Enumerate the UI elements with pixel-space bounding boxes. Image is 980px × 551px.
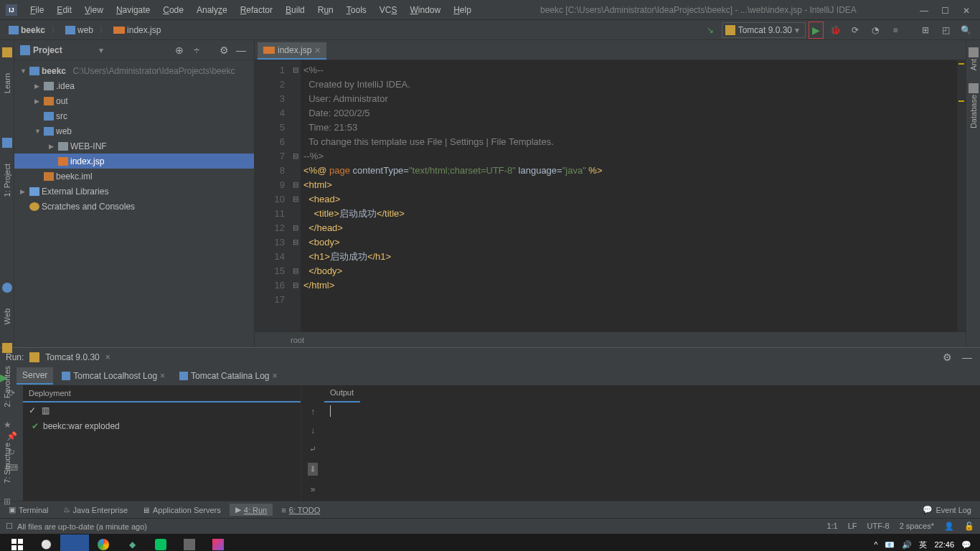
- clock-time[interactable]: 22:46: [934, 540, 954, 549]
- debug-button[interactable]: 🐞: [826, 22, 844, 39]
- scroll-up-icon[interactable]: ↑: [311, 407, 315, 417]
- breadcrumb-root[interactable]: beekc: [6, 24, 48, 37]
- tab-event-log[interactable]: 💬 Event Log: [917, 504, 977, 516]
- ime-indicator[interactable]: 英: [919, 540, 927, 550]
- minimize-icon[interactable]: —: [920, 6, 928, 14]
- structure-button[interactable]: ⊞: [917, 22, 934, 39]
- wechat-icon[interactable]: [146, 534, 175, 551]
- deployment-artifact[interactable]: ✔ beekc:war exploded: [23, 418, 301, 434]
- deploy-remove-icon[interactable]: ▥: [42, 405, 50, 415]
- menu-run[interactable]: Run: [312, 3, 339, 17]
- menu-tools[interactable]: Tools: [341, 3, 372, 17]
- indent[interactable]: 2 spaces*: [900, 522, 934, 531]
- maximize-icon[interactable]: ☐: [941, 6, 950, 14]
- run-button[interactable]: ▶: [812, 24, 820, 36]
- breadcrumb-web[interactable]: web: [62, 24, 96, 37]
- menu-file[interactable]: File: [24, 3, 50, 17]
- code-content[interactable]: <%-- Created by IntelliJ IDEA. User: Adm…: [301, 60, 966, 331]
- menu-refactor[interactable]: Refactor: [235, 3, 278, 17]
- chrome-icon[interactable]: [89, 534, 118, 551]
- close-icon[interactable]: ✕: [963, 6, 971, 14]
- database-icon[interactable]: [969, 83, 979, 93]
- project-tree[interactable]: ▼beekc C:\Users\Administrator\IdeaProjec…: [14, 60, 254, 347]
- fullscreen-button[interactable]: ◰: [937, 22, 954, 39]
- structure-breadcrumb[interactable]: root: [255, 331, 966, 347]
- star-icon[interactable]: ★: [4, 420, 11, 430]
- scroll-down-icon[interactable]: ↓: [311, 425, 315, 435]
- hide-icon[interactable]: —: [234, 43, 248, 57]
- tree-web[interactable]: ▼web: [14, 123, 254, 138]
- menu-view[interactable]: View: [79, 3, 109, 17]
- tree-idea[interactable]: ▶.idea: [14, 78, 254, 93]
- web-tab[interactable]: Web: [3, 307, 11, 326]
- tray-up-icon[interactable]: ^: [874, 540, 877, 549]
- search-icon[interactable]: ⚪: [32, 534, 60, 551]
- tree-out[interactable]: ▶out: [14, 93, 254, 108]
- tree-src[interactable]: src: [14, 108, 254, 123]
- input-method-icon[interactable]: 📧: [885, 540, 895, 550]
- learn-icon[interactable]: [2, 47, 12, 57]
- intellij-taskbar-icon[interactable]: [204, 534, 232, 551]
- notification-icon[interactable]: 💬: [961, 540, 971, 550]
- ant-icon[interactable]: [969, 47, 979, 57]
- tree-index-jsp[interactable]: index.jsp: [14, 154, 254, 169]
- database-tab[interactable]: Database: [969, 93, 978, 130]
- structure-tab[interactable]: 7: Structure: [3, 441, 11, 485]
- more-icon[interactable]: »: [311, 484, 316, 494]
- tree-libs[interactable]: ▶External Libraries: [14, 184, 254, 199]
- line-ending[interactable]: LF: [848, 522, 857, 531]
- tab-run[interactable]: ▶ 4: Run: [230, 504, 273, 516]
- code-editor[interactable]: 12345678 91011121314151617 ⊟ ⊟⊟⊟⊟ ⊟⊟⊟ <%…: [255, 60, 966, 331]
- run-tab-server[interactable]: Server: [17, 367, 53, 385]
- structure-icon[interactable]: ⊞: [4, 496, 11, 507]
- menu-window[interactable]: Window: [404, 3, 446, 17]
- menu-vcs[interactable]: VCS: [374, 3, 403, 17]
- target-icon[interactable]: ⊕: [172, 43, 187, 57]
- tree-scratches[interactable]: Scratches and Consoles: [14, 199, 254, 214]
- tree-root[interactable]: ▼beekc C:\Users\Administrator\IdeaProjec…: [14, 63, 254, 78]
- tree-webinf[interactable]: ▶WEB-INF: [14, 138, 254, 154]
- menu-navigate[interactable]: Navigate: [110, 3, 156, 17]
- tab-java-enterprise[interactable]: ♨ Java Enterprise: [57, 504, 133, 516]
- soft-wrap-icon[interactable]: ⤶: [309, 444, 316, 454]
- run-settings-icon[interactable]: ⚙: [940, 350, 954, 364]
- cursor-position[interactable]: 1:1: [826, 522, 837, 531]
- tab-app-servers[interactable]: 🖥 Application Servers: [136, 504, 227, 516]
- menu-edit[interactable]: Edit: [51, 3, 77, 17]
- start-button[interactable]: [3, 534, 32, 551]
- learn-tab[interactable]: Learn: [3, 72, 11, 95]
- favorites-tab[interactable]: 2: Favorites: [3, 364, 11, 408]
- tab-close-icon[interactable]: ×: [314, 44, 320, 56]
- output-content[interactable]: [324, 402, 980, 422]
- menu-build[interactable]: Build: [280, 3, 311, 17]
- collapse-icon[interactable]: ÷: [189, 43, 204, 57]
- app-icon-2[interactable]: [175, 534, 204, 551]
- close-run-tab-icon[interactable]: ×: [105, 352, 110, 362]
- explorer-icon[interactable]: [60, 534, 89, 551]
- status-icon[interactable]: ☐: [6, 522, 13, 531]
- run-tab-catalina-log[interactable]: Tomcat Catalina Log×: [174, 368, 283, 384]
- menu-help[interactable]: Help: [448, 3, 477, 17]
- tab-todo[interactable]: ≡ 6: TODO: [275, 504, 326, 516]
- breadcrumb-file[interactable]: index.jsp: [110, 24, 164, 37]
- search-button[interactable]: 🔍: [957, 22, 974, 39]
- run-config-select[interactable]: Tomcat 9.0.30▾: [722, 22, 806, 38]
- project-tab[interactable]: 1: Project: [3, 162, 11, 198]
- web-icon[interactable]: [2, 283, 12, 293]
- lock-icon[interactable]: 🔓: [964, 522, 974, 531]
- deploy-add-icon[interactable]: ✓: [29, 405, 36, 415]
- app-icon-1[interactable]: ◆: [118, 534, 146, 551]
- favorites-icon[interactable]: [2, 343, 12, 353]
- tab-index-jsp[interactable]: index.jsp ×: [258, 42, 326, 60]
- fold-gutter[interactable]: ⊟ ⊟⊟⊟⊟ ⊟⊟⊟: [291, 60, 301, 331]
- run-tab-localhost-log[interactable]: Tomcat Localhost Log×: [56, 368, 171, 384]
- coverage-button[interactable]: ⟳: [847, 22, 864, 39]
- profile-button[interactable]: ◔: [867, 22, 884, 39]
- scroll-bar[interactable]: [957, 60, 966, 331]
- run-hide-icon[interactable]: —: [960, 350, 974, 364]
- settings-icon[interactable]: ⚙: [217, 43, 231, 57]
- menu-analyze[interactable]: Analyze: [191, 3, 233, 17]
- stop-button[interactable]: ■: [887, 22, 904, 39]
- project-icon[interactable]: [2, 138, 12, 148]
- tree-iml[interactable]: beekc.iml: [14, 169, 254, 184]
